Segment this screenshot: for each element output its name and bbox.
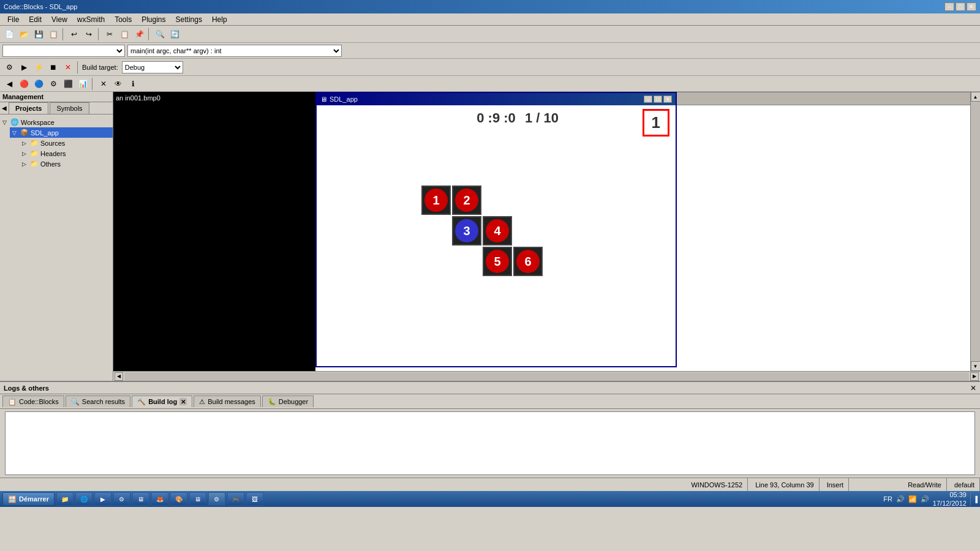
vertical-scrollbar[interactable]: ▲ ▼ bbox=[970, 92, 980, 371]
tree-project[interactable]: ▽ 📦 SDL_app bbox=[10, 127, 113, 138]
status-default: default bbox=[949, 478, 980, 491]
minimize-button[interactable]: – bbox=[944, 2, 954, 11]
tile-circle-3: 3 bbox=[455, 219, 478, 242]
tile-1[interactable]: 1 bbox=[421, 186, 451, 215]
clock-time: 05:39 bbox=[933, 490, 967, 499]
abort-button[interactable]: ✕ bbox=[61, 61, 75, 74]
scroll-track[interactable] bbox=[971, 102, 980, 361]
close-button[interactable]: ✕ bbox=[967, 2, 976, 11]
build-compile-button[interactable]: ⚙ bbox=[2, 61, 16, 74]
tab-symbols[interactable]: Symbols bbox=[50, 102, 89, 114]
taskbar-tool2[interactable]: 🖥 bbox=[132, 492, 149, 506]
hscroll-track[interactable] bbox=[124, 372, 969, 381]
save-all-button[interactable]: 📋 bbox=[47, 28, 60, 41]
sources-expand[interactable]: ▷ bbox=[22, 140, 28, 146]
taskbar-tool1[interactable]: ⚙ bbox=[113, 492, 130, 506]
open-button[interactable]: 📂 bbox=[17, 28, 31, 41]
menu-help[interactable]: Help bbox=[207, 14, 232, 25]
taskbar-color[interactable]: 🎨 bbox=[170, 492, 187, 506]
menu-settings[interactable]: Settings bbox=[171, 14, 207, 25]
menu-tools[interactable]: Tools bbox=[110, 14, 137, 25]
start-button[interactable]: 🪟 Démarrer bbox=[2, 492, 55, 506]
tree-sources[interactable]: ▷ 📁 Sources bbox=[20, 138, 113, 148]
undo-button[interactable]: ↩ bbox=[67, 28, 81, 41]
toggle-btn2[interactable]: ⬛ bbox=[61, 77, 75, 91]
redo-button[interactable]: ↪ bbox=[82, 28, 96, 41]
workspace-label: Workspace bbox=[21, 119, 55, 126]
taskbar-ie[interactable]: 🌐 bbox=[75, 492, 92, 506]
maximize-button[interactable]: □ bbox=[956, 2, 965, 11]
sep-build2 bbox=[92, 78, 94, 90]
tree-others[interactable]: ▷ 📁 Others bbox=[20, 159, 113, 169]
scroll-down-arrow[interactable]: ▼ bbox=[971, 361, 981, 371]
tile-4[interactable]: 4 bbox=[483, 216, 512, 246]
hscroll-left-arrow[interactable]: ◀ bbox=[115, 372, 123, 381]
panel-collapse-btn[interactable]: ◀ bbox=[0, 102, 9, 114]
taskbar-show-desktop[interactable]: ▐ bbox=[970, 492, 978, 506]
build-target-select[interactable]: Debug bbox=[122, 61, 183, 73]
headers-expand[interactable]: ▷ bbox=[22, 151, 28, 157]
find-button[interactable]: 🔍 bbox=[153, 28, 167, 41]
log-tab-buildlog[interactable]: 🔨 Build log ✕ bbox=[132, 395, 192, 407]
menu-file[interactable]: File bbox=[2, 14, 24, 25]
project-expand[interactable]: ▽ bbox=[12, 130, 18, 136]
scope-dropdown[interactable] bbox=[2, 45, 125, 57]
menu-view[interactable]: View bbox=[47, 14, 72, 25]
function-dropdown[interactable]: main(int argc, char** argv) : int bbox=[127, 45, 342, 57]
tile-5[interactable]: 5 bbox=[483, 247, 512, 276]
new-button[interactable]: 📄 bbox=[2, 28, 16, 41]
menu-plugins[interactable]: Plugins bbox=[137, 14, 170, 25]
sdl-content: 0 :9 :0 1 / 10 1 1 bbox=[317, 105, 676, 366]
log-tab-codeblocks[interactable]: 📋 Code::Blocks bbox=[2, 395, 64, 407]
close-output-button[interactable]: ✕ bbox=[97, 77, 110, 91]
taskbar-media[interactable]: ▶ bbox=[94, 492, 111, 506]
menu-bar: File Edit View wxSmith Tools Plugins Set… bbox=[0, 13, 980, 26]
copy-button[interactable]: 📋 bbox=[118, 28, 131, 41]
hscroll-right-arrow[interactable]: ▶ bbox=[970, 372, 979, 381]
next-error-button[interactable]: 🔴 bbox=[17, 77, 31, 91]
tab-projects[interactable]: Projects bbox=[9, 102, 48, 114]
taskbar-folder[interactable]: 📁 bbox=[56, 492, 74, 506]
tree-headers[interactable]: ▷ 📁 Headers bbox=[20, 148, 113, 159]
sdl-restore-button[interactable]: □ bbox=[654, 96, 662, 103]
tile-3[interactable]: 3 bbox=[452, 216, 481, 246]
prev-error-button[interactable]: ◀ bbox=[2, 77, 16, 91]
preview-label: an in001.bmp0 bbox=[113, 92, 163, 104]
view-icon-button[interactable]: 👁 bbox=[111, 77, 125, 91]
tile-2[interactable]: 2 bbox=[452, 186, 481, 215]
stop-button[interactable]: ⏹ bbox=[47, 61, 60, 74]
taskbar-img[interactable]: 🖼 bbox=[246, 492, 263, 506]
logs-close-button[interactable]: ✕ bbox=[970, 384, 976, 392]
sdl-title-icon: 🖥 bbox=[320, 96, 327, 103]
tile-6[interactable]: 6 bbox=[513, 247, 543, 276]
log-tab-search[interactable]: 🔍 Search results bbox=[66, 395, 130, 407]
log-tab-debugger[interactable]: 🐛 Debugger bbox=[262, 395, 314, 407]
menu-wxsmith[interactable]: wxSmith bbox=[72, 14, 110, 25]
run-button[interactable]: ▶ bbox=[17, 61, 31, 74]
code-hscroll[interactable]: ◀ ▶ bbox=[113, 371, 980, 381]
sdl-minimize-button[interactable]: – bbox=[644, 96, 652, 103]
taskbar-codeblocks[interactable]: ⚙ bbox=[208, 492, 225, 506]
sdl-close-button[interactable]: ✕ bbox=[663, 96, 672, 103]
save-button[interactable]: 💾 bbox=[32, 28, 45, 41]
replace-button[interactable]: 🔄 bbox=[168, 28, 181, 41]
menu-edit[interactable]: Edit bbox=[24, 14, 47, 25]
taskbar-sdlapp[interactable]: 🎮 bbox=[227, 492, 244, 506]
tree-workspace[interactable]: ▽ 🌐 Workspace bbox=[0, 117, 113, 127]
logs-content[interactable] bbox=[5, 411, 975, 475]
workspace-expand[interactable]: ▽ bbox=[2, 119, 9, 126]
taskbar-terminal[interactable]: 🖥 bbox=[189, 492, 206, 506]
sdl-window[interactable]: 🖥 SDL_app – □ ✕ 0 :9 :0 1 / 10 bbox=[315, 92, 677, 367]
log-tab-buildmsg[interactable]: ⚠ Build messages bbox=[194, 395, 261, 407]
buildlog-tab-close[interactable]: ✕ bbox=[179, 398, 187, 405]
clear-output-button[interactable]: 🔵 bbox=[32, 77, 45, 91]
others-expand[interactable]: ▷ bbox=[22, 161, 28, 167]
scroll-up-arrow[interactable]: ▲ bbox=[971, 92, 981, 102]
info-button[interactable]: ℹ bbox=[126, 77, 140, 91]
toggle-btn3[interactable]: 📊 bbox=[76, 77, 89, 91]
toggle-btn1[interactable]: ⚙ bbox=[47, 77, 60, 91]
build-run-button[interactable]: ⚡ bbox=[32, 61, 45, 74]
taskbar-firefox[interactable]: 🦊 bbox=[151, 492, 168, 506]
paste-button[interactable]: 📌 bbox=[132, 28, 146, 41]
cut-button[interactable]: ✂ bbox=[103, 28, 116, 41]
